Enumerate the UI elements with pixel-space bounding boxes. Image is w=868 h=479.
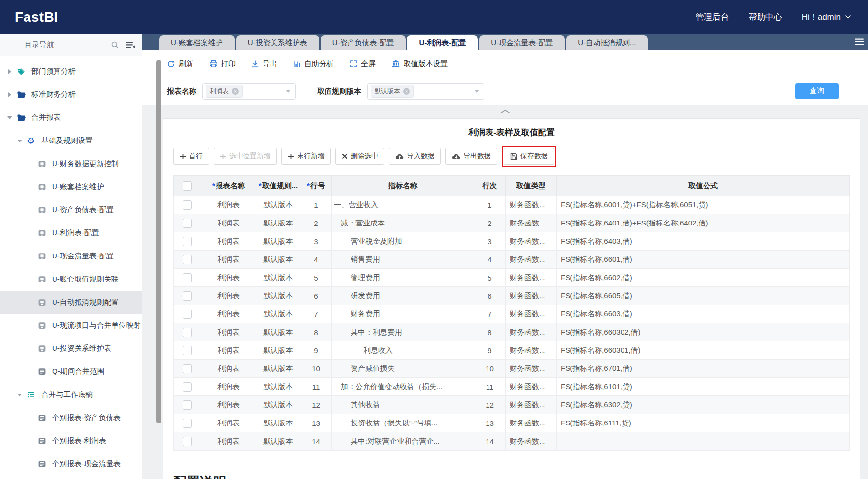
sidebar-item-U-现流项目与合并单位映射[interactable]: U-现流项目与合并单位映射 bbox=[0, 314, 142, 337]
row-checkbox[interactable] bbox=[183, 364, 192, 373]
row-checkbox[interactable] bbox=[183, 400, 192, 410]
table-row[interactable]: 利润表默认版本8其中：利息费用8财务函数...FS(指标名称,660302,借) bbox=[174, 323, 850, 341]
sidebar-item-U-自动抵消规则配置[interactable]: U-自动抵消规则配置 bbox=[0, 291, 142, 314]
table-row[interactable]: 利润表默认版本7财务费用7财务函数...FS(指标名称,6603,借) bbox=[174, 305, 850, 323]
tab-U-利润表-配置[interactable]: U-利润表-配置 bbox=[407, 35, 478, 50]
caret-right-icon[interactable] bbox=[5, 69, 15, 74]
nav-help-link[interactable]: 帮助中心 bbox=[749, 11, 782, 23]
report-name-cell: 利润表 bbox=[201, 414, 256, 432]
formula-cell bbox=[557, 432, 850, 451]
chip-remove-icon[interactable]: × bbox=[403, 88, 410, 95]
caret-down-icon[interactable] bbox=[15, 140, 25, 142]
toolbar-取值版本设置[interactable]: 取值版本设置 bbox=[391, 59, 448, 69]
chip-remove-icon[interactable]: × bbox=[232, 88, 239, 95]
row-checkbox[interactable] bbox=[183, 328, 192, 337]
sidebar-item-U-账套档案维护[interactable]: U-账套档案维护 bbox=[0, 175, 142, 198]
caret-down-icon[interactable] bbox=[5, 116, 15, 119]
sidebar-item-合并报表[interactable]: 合并报表 bbox=[0, 106, 142, 129]
search-icon[interactable] bbox=[111, 41, 119, 49]
table-row[interactable]: 利润表默认版本1一、营业收入1财务函数...FS(指标名称,6001,贷)+FS… bbox=[174, 196, 850, 214]
table-row[interactable]: 利润表默认版本10资产减值损失10财务函数...FS(指标名称,6701,借) bbox=[174, 360, 850, 378]
row-checkbox[interactable] bbox=[183, 200, 192, 210]
tab-U-自动抵消规则...[interactable]: U-自动抵消规则... bbox=[566, 35, 648, 50]
sidebar: 目录导航 部门预算分析标准财务分析合并报表⚙基础及规则设置U-财务数据更新控制U… bbox=[0, 34, 142, 479]
sidebar-item-U-现金流量表-配置[interactable]: U-现金流量表-配置 bbox=[0, 245, 142, 268]
indicator-name-cell: 其中:对联营企业和合营企... bbox=[332, 432, 474, 451]
vertical-scrollbar-thumb[interactable] bbox=[156, 60, 161, 423]
button-label: 首行 bbox=[189, 152, 203, 161]
sidebar-item-个别报表-利润表[interactable]: 个别报表-利润表 bbox=[0, 429, 142, 452]
value-type-cell: 财务函数... bbox=[506, 269, 557, 287]
row-checkbox[interactable] bbox=[183, 291, 192, 301]
main-content: 刷新打印导出自助分析全屏取值版本设置 报表名称 利润表 × 取值规则版本 默认版… bbox=[142, 50, 868, 479]
导出数据-button[interactable]: 导出数据 bbox=[445, 148, 497, 165]
chevron-up-icon[interactable] bbox=[499, 109, 511, 114]
table-row[interactable]: 利润表默认版本3营业税金及附加3财务函数...FS(指标名称,6403,借) bbox=[174, 232, 850, 251]
user-menu[interactable]: Hi！admin bbox=[802, 11, 851, 23]
首行-button[interactable]: 首行 bbox=[173, 148, 209, 165]
table-row[interactable]: 利润表默认版本9利息收入9财务函数...FS(指标名称,660301,借) bbox=[174, 341, 850, 360]
select-caret-icon bbox=[474, 90, 479, 93]
table-row[interactable]: 利润表默认版本12其他收益12财务函数...FS(指标名称,6302,贷) bbox=[174, 396, 850, 414]
formula-cell: FS(指标名称,6001,贷)+FS(指标名称,6051,贷) bbox=[557, 196, 850, 214]
row-checkbox[interactable] bbox=[183, 437, 192, 446]
table-row[interactable]: 利润表默认版本2减：营业成本2财务函数...FS(指标名称,6401,借)+FS… bbox=[174, 214, 850, 232]
sidebar-item-Q-期间合并范围[interactable]: Q-期间合并范围 bbox=[0, 360, 142, 383]
row-checkbox[interactable] bbox=[183, 346, 192, 355]
table-row[interactable]: 利润表默认版本4销售费用4财务函数...FS(指标名称,6601,借) bbox=[174, 251, 850, 269]
highlight-annotation: 保存数据 bbox=[502, 146, 556, 167]
report-name-select[interactable]: 利润表 × bbox=[202, 83, 296, 100]
folder-icon bbox=[17, 114, 26, 121]
sidebar-item-U-利润表-配置[interactable]: U-利润表-配置 bbox=[0, 222, 142, 245]
row-checkbox[interactable] bbox=[183, 255, 192, 264]
toolbar-自助分析[interactable]: 自助分析 bbox=[293, 59, 334, 69]
tab-overflow-menu-icon[interactable] bbox=[855, 38, 864, 45]
toolbar-刷新[interactable]: 刷新 bbox=[167, 59, 193, 69]
row-checkbox[interactable] bbox=[183, 237, 192, 246]
line-number-cell: 14 bbox=[474, 432, 506, 451]
caret-right-icon[interactable] bbox=[5, 92, 15, 97]
sidebar-item-U-账套取值规则关联[interactable]: U-账套取值规则关联 bbox=[0, 268, 142, 291]
table-row[interactable]: 利润表默认版本5管理费用5财务函数...FS(指标名称,6602,借) bbox=[174, 269, 850, 287]
report-name-cell: 利润表 bbox=[201, 214, 256, 232]
保存数据-button[interactable]: 保存数据 bbox=[504, 148, 554, 165]
row-checkbox[interactable] bbox=[183, 419, 192, 428]
report-name-cell: 利润表 bbox=[201, 341, 256, 360]
导入数据-button[interactable]: 导入数据 bbox=[389, 148, 441, 165]
toolbar-全屏[interactable]: 全屏 bbox=[350, 59, 376, 69]
row-checkbox[interactable] bbox=[183, 273, 192, 282]
tab-U-投资关系维护表[interactable]: U-投资关系维护表 bbox=[236, 35, 319, 50]
sidebar-item-U-财务数据更新控制[interactable]: U-财务数据更新控制 bbox=[0, 152, 142, 175]
row-checkbox[interactable] bbox=[183, 382, 192, 392]
删除选中-button[interactable]: 删除选中 bbox=[335, 148, 384, 165]
row-checkbox[interactable] bbox=[183, 219, 192, 228]
nav-admin-link[interactable]: 管理后台 bbox=[696, 11, 729, 23]
indicator-name-cell: 其中：利息费用 bbox=[332, 323, 474, 341]
search-button[interactable]: 查询 bbox=[795, 83, 839, 99]
table-row[interactable]: 利润表默认版本14其中:对联营企业和合营企...14财务函数... bbox=[174, 432, 850, 451]
sidebar-item-基础及规则设置[interactable]: ⚙基础及规则设置 bbox=[0, 129, 142, 152]
select-all-checkbox[interactable] bbox=[183, 181, 192, 191]
tab-U-资产负债表-配置[interactable]: U-资产负债表-配置 bbox=[321, 35, 406, 50]
table-row[interactable]: 利润表默认版本6研发费用6财务函数...FS(指标名称,6605,借) bbox=[174, 287, 850, 305]
sidebar-item-个别报表-现金流量表[interactable]: 个别报表-现金流量表 bbox=[0, 452, 142, 476]
sidebar-item-部门预算分析[interactable]: 部门预算分析 bbox=[0, 60, 142, 83]
caret-down-icon[interactable] bbox=[15, 394, 25, 396]
table-row[interactable]: 利润表默认版本11加：公允价值变动收益（损失...11财务函数...FS(指标名… bbox=[174, 378, 850, 396]
row-number-cell: 14 bbox=[300, 432, 332, 451]
sidebar-item-label: Q-期间合并范围 bbox=[52, 367, 105, 376]
tab-U-现金流量表-配置[interactable]: U-现金流量表-配置 bbox=[479, 35, 565, 50]
sidebar-item-合并与工作底稿[interactable]: 合并与工作底稿 bbox=[0, 383, 142, 406]
toolbar-打印[interactable]: 打印 bbox=[209, 59, 236, 69]
末行新增-button[interactable]: 末行新增 bbox=[281, 148, 331, 165]
row-checkbox[interactable] bbox=[183, 310, 192, 319]
tab-U-账套档案维护[interactable]: U-账套档案维护 bbox=[159, 35, 235, 50]
sidebar-item-U-投资关系维护表[interactable]: U-投资关系维护表 bbox=[0, 337, 142, 360]
collapse-list-icon[interactable] bbox=[125, 41, 135, 49]
toolbar-导出[interactable]: 导出 bbox=[251, 59, 277, 69]
sidebar-item-标准财务分析[interactable]: 标准财务分析 bbox=[0, 83, 142, 106]
table-row[interactable]: 利润表默认版本13投资收益（损失以“-”号填...13财务函数...FS(指标名… bbox=[174, 414, 850, 432]
sidebar-item-U-资产负债表-配置[interactable]: U-资产负债表-配置 bbox=[0, 198, 142, 222]
rule-version-select[interactable]: 默认版本 × bbox=[367, 83, 484, 100]
sidebar-item-个别报表-资产负债表[interactable]: 个别报表-资产负债表 bbox=[0, 406, 142, 429]
